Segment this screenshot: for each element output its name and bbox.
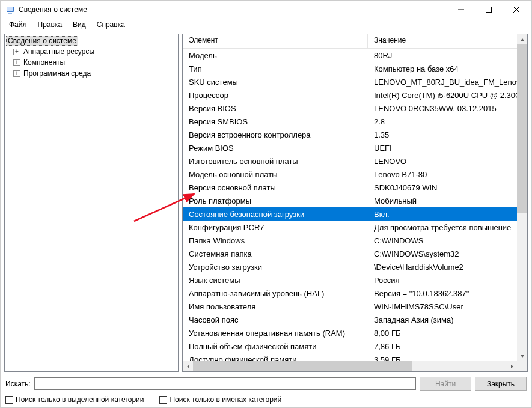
close-search-button[interactable]: Закрыть [475,377,527,391]
cell-name: Имя пользователя [183,302,368,311]
tree-item-label: Компоненты [22,58,66,67]
list-row[interactable]: Язык системыРоссия [183,273,517,287]
vscroll-track[interactable] [517,44,527,351]
cell-value: Западная Азия (зима) [368,315,517,324]
cell-value: Intel(R) Core(TM) i5-6200U CPU @ 2.30G [368,91,517,100]
window-title: Сведения о системе [19,5,447,14]
cell-name: Тип [183,64,368,73]
close-button[interactable] [503,1,530,19]
list-row[interactable]: Модель80RJ [183,49,517,62]
cell-name: Версия SMBIOS [183,117,368,126]
cell-value: LENOVO [368,157,517,166]
cell-value: C:\WINDOWS [368,236,517,245]
menubar: Файл Правка Вид Справка [1,19,531,31]
cell-name: Папка Windows [183,236,368,245]
tree-item[interactable]: +Программная среда [5,68,178,79]
menu-file[interactable]: Файл [4,19,32,30]
list-row[interactable]: Часовой поясЗападная Азия (зима) [183,313,517,326]
column-header-value[interactable]: Значение [368,34,527,48]
list-row[interactable]: Версия SMBIOS2.8 [183,115,517,128]
hscroll-track[interactable] [193,361,507,371]
cell-value: LENOVO_MT_80RJ_BU_idea_FM_Lenovo [368,78,517,87]
list-row[interactable]: Папка WindowsC:\WINDOWS [183,234,517,247]
cell-name: Изготовитель основной платы [183,157,368,166]
list-row[interactable]: Версия BIOSLENOVO 0RCN35WW, 03.12.2015 [183,102,517,115]
window-controls [447,1,530,19]
list-row[interactable]: ПроцессорIntel(R) Core(TM) i5-6200U CPU … [183,88,517,102]
list-row[interactable]: Установленная оперативная память (RAM)8,… [183,326,517,339]
cell-value: 1.35 [368,130,517,139]
cell-name: Модель [183,51,368,60]
svg-rect-2 [8,13,12,14]
scroll-left-button[interactable] [183,361,193,371]
scroll-right-button[interactable] [507,361,517,371]
cell-name: Режим BIOS [183,144,368,153]
find-button[interactable]: Найти [420,377,471,391]
list-row[interactable]: Модель основной платыLenovo B71-80 [183,168,517,181]
checkbox-box-icon [159,396,167,404]
horizontal-scrollbar[interactable] [183,361,517,371]
checkbox-category-names[interactable]: Поиск только в именах категорий [159,395,281,404]
minimize-button[interactable] [447,1,475,19]
svg-marker-7 [521,38,524,41]
list-row[interactable]: Состояние безопасной загрузкиВкл. [183,207,517,221]
cell-name: Роль платформы [183,196,368,206]
list-row[interactable]: SKU системыLENOVO_MT_80RJ_BU_idea_FM_Len… [183,75,517,88]
vscroll-thumb[interactable] [517,44,527,213]
tree-item[interactable]: +Аппаратные ресурсы [5,46,178,57]
list-row[interactable]: Роль платформыМобильный [183,194,517,207]
cell-value: C:\WINDOWS\system32 [368,249,517,258]
cell-name: SKU системы [183,78,368,87]
maximize-button[interactable] [475,1,503,19]
list-row[interactable]: Устройство загрузки\Device\HarddiskVolum… [183,260,517,273]
checkbox-selected-category[interactable]: Поиск только в выделенной категории [5,395,144,404]
list-row[interactable]: Имя пользователяWIN-IMHIMS78SSC\User [183,300,517,313]
cell-name: Системная папка [183,249,368,258]
tree-item[interactable]: +Компоненты [5,57,178,68]
tree-root[interactable]: Сведения о системе [5,35,178,46]
cell-value: 2.8 [368,117,517,126]
checkbox-label: Поиск только в именах категорий [170,395,281,404]
tree-pane[interactable]: Сведения о системе +Аппаратные ресурсы+К… [4,34,179,372]
list-body[interactable]: Модель80RJТипКомпьютер на базе x64SKU си… [183,49,527,371]
app-icon [5,5,15,14]
list-row[interactable]: Изготовитель основной платыLENOVO [183,154,517,168]
cell-value: WIN-IMHIMS78SSC\User [368,302,517,311]
svg-rect-1 [7,7,13,11]
checkbox-label: Поиск только в выделенной категории [16,395,144,404]
cell-value: \Device\HarddiskVolume2 [368,263,517,272]
expand-icon[interactable]: + [13,49,20,55]
scroll-down-button[interactable] [517,351,527,361]
column-header-name[interactable]: Элемент [183,34,368,48]
expand-icon[interactable]: + [13,59,20,66]
hscroll-thumb[interactable] [193,361,412,371]
menu-help[interactable]: Справка [92,19,130,30]
cell-name: Часовой пояс [183,315,368,324]
menu-edit[interactable]: Правка [33,19,67,30]
list-row[interactable]: Версия основной платыSDK0J40679 WIN [183,181,517,194]
cell-name: Язык системы [183,276,368,285]
cell-value: Мобильный [368,196,517,206]
list-row[interactable]: Версия встроенного контроллера1.35 [183,128,517,141]
list-row[interactable]: Аппаратно-зависимый уровень (HAL)Версия … [183,287,517,300]
list-row[interactable]: Режим BIOSUEFI [183,141,517,154]
svg-rect-4 [486,7,492,13]
menu-view[interactable]: Вид [68,19,91,30]
list-row[interactable]: Конфигурация PCR7Для просмотра требуется… [183,221,517,234]
search-input[interactable] [34,377,416,390]
list-row[interactable]: Системная папкаC:\WINDOWS\system32 [183,247,517,260]
scroll-corner [517,361,527,371]
cell-value: Компьютер на базе x64 [368,64,517,73]
tree-root-label: Сведения о системе [6,36,78,46]
cell-name: Процессор [183,91,368,100]
list-pane: Элемент Значение Модель80RJТипКомпьютер … [182,34,528,372]
vertical-scrollbar[interactable] [517,34,527,361]
cell-name: Полный объем физической памяти [183,342,368,351]
list-row[interactable]: ТипКомпьютер на базе x64 [183,62,517,75]
search-row: Искать: Найти Закрыть [5,377,527,391]
bottom-panel: Искать: Найти Закрыть Поиск только в выд… [1,372,531,407]
list-row[interactable]: Полный объем физической памяти7,86 ГБ [183,339,517,353]
scroll-up-button[interactable] [517,34,527,44]
cell-value: UEFI [368,144,517,153]
expand-icon[interactable]: + [13,70,20,77]
